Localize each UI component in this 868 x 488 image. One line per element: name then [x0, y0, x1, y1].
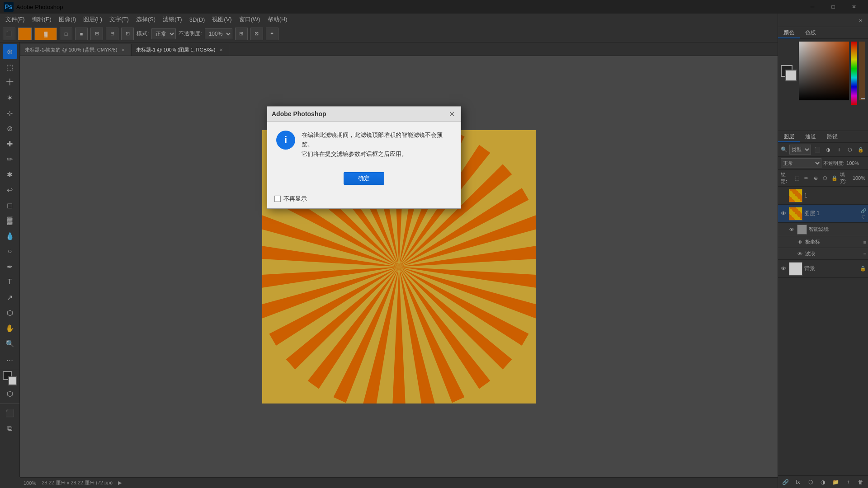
- dialog-body: i 在编辑此滤镜期间，此滤镜顶部堆积的智能滤镜不会预览。 它们将在提交滤镜参数对…: [267, 122, 461, 168]
- dialog-message: 在编辑此滤镜期间，此滤镜顶部堆积的智能滤镜不会预览。 它们将在提交滤镜参数对话框…: [302, 131, 452, 159]
- dialog-titlebar: Adobe Photoshop ✕: [267, 107, 461, 122]
- dialog-title: Adobe Photoshop: [272, 110, 326, 117]
- dialog-message-line1: 在编辑此滤镜期间，此滤镜顶部堆积的智能滤镜不会预览。: [302, 131, 443, 148]
- no-show-label: 不再显示: [283, 195, 307, 203]
- dialog-footer: 不再显示: [267, 192, 461, 208]
- dialog-info-icon: i: [276, 131, 295, 150]
- confirm-button[interactable]: 确定: [344, 172, 384, 185]
- dialog-overlay: Adobe Photoshop ✕ i 在编辑此滤镜期间，此滤镜顶部堆积的智能滤…: [0, 0, 868, 488]
- dialog-close-button[interactable]: ✕: [447, 109, 456, 118]
- dialog: Adobe Photoshop ✕ i 在编辑此滤镜期间，此滤镜顶部堆积的智能滤…: [267, 106, 461, 209]
- no-show-checkbox[interactable]: [274, 196, 281, 202]
- dialog-message-line2: 它们将在提交滤镜参数对话框之后应用。: [302, 150, 407, 157]
- dialog-buttons: 确定: [267, 168, 461, 192]
